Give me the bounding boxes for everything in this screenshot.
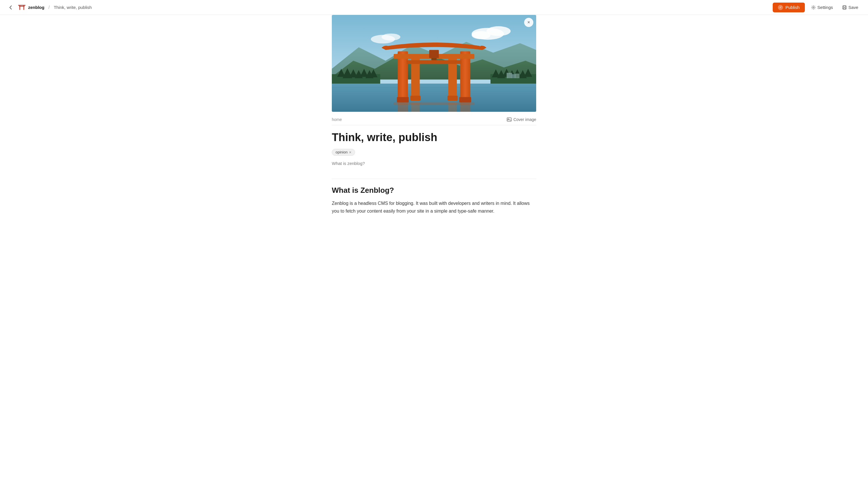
section-heading[interactable]: What is Zenblog?: [332, 186, 536, 195]
article-body: Think, write, publish opinion ×: [332, 125, 536, 172]
svg-point-4: [813, 7, 814, 8]
svg-rect-32: [332, 84, 536, 112]
content-divider: [332, 179, 536, 179]
torii-logo-icon: [18, 3, 26, 11]
svg-rect-47: [410, 96, 421, 101]
navbar-right: ✓ Publish Settings Save: [773, 3, 861, 12]
svg-rect-56: [515, 74, 520, 78]
tag-label: opinion: [336, 150, 348, 154]
close-image-button[interactable]: ×: [524, 18, 533, 27]
svg-rect-54: [507, 73, 512, 78]
article-section: What is Zenblog? Zenblog is a headless C…: [332, 186, 536, 215]
svg-rect-48: [447, 96, 458, 101]
svg-rect-39: [411, 58, 420, 101]
svg-rect-2: [20, 5, 20, 10]
svg-rect-45: [397, 97, 409, 103]
brand-name: zenblog: [28, 5, 44, 10]
hero-image: [332, 15, 536, 112]
cover-image-button[interactable]: Cover image: [507, 117, 536, 122]
save-icon: [842, 5, 847, 10]
image-icon: [507, 117, 512, 122]
svg-rect-0: [18, 5, 25, 5]
publish-button[interactable]: ✓ Publish: [773, 3, 805, 12]
settings-gear-icon: [811, 5, 816, 10]
article-title[interactable]: Think, write, publish: [332, 131, 536, 144]
svg-rect-40: [448, 58, 457, 101]
save-button[interactable]: Save: [839, 3, 861, 11]
svg-point-13: [381, 34, 400, 40]
excerpt-input[interactable]: [332, 161, 536, 166]
svg-rect-43: [429, 50, 439, 58]
svg-rect-6: [843, 6, 845, 7]
breadcrumb-separator: /: [49, 5, 50, 10]
close-icon: ×: [527, 20, 530, 25]
cover-image-label: Cover image: [514, 117, 536, 122]
settings-button[interactable]: Settings: [808, 3, 836, 11]
publish-label: Publish: [785, 5, 799, 10]
hero-image-container: ×: [332, 15, 536, 112]
svg-rect-7: [843, 8, 846, 9]
svg-rect-46: [459, 97, 471, 103]
publish-check-icon: ✓: [778, 5, 783, 10]
navbar: zenblog / Think, write, publish ✓ Publis…: [0, 0, 868, 15]
svg-rect-57: [507, 118, 511, 121]
settings-label: Settings: [817, 5, 833, 10]
svg-rect-42: [406, 60, 461, 64]
navbar-left: zenblog / Think, write, publish: [7, 3, 92, 11]
tags-container: opinion ×: [332, 149, 536, 156]
svg-rect-44: [431, 58, 437, 60]
svg-point-11: [472, 31, 491, 39]
post-meta-bar: home Cover image: [332, 112, 536, 125]
section-body[interactable]: Zenblog is a headless CMS for blogging. …: [332, 199, 536, 215]
svg-rect-53: [394, 102, 474, 105]
home-breadcrumb: home: [332, 117, 342, 122]
tag-remove-button[interactable]: ×: [349, 150, 351, 154]
back-arrow-icon: [8, 5, 14, 10]
tag-opinion[interactable]: opinion ×: [332, 149, 355, 156]
brand-link[interactable]: zenblog: [18, 3, 44, 11]
svg-rect-3: [24, 5, 24, 10]
back-button[interactable]: [7, 3, 15, 11]
page-breadcrumb: Think, write, publish: [54, 5, 92, 10]
save-label: Save: [848, 5, 858, 10]
